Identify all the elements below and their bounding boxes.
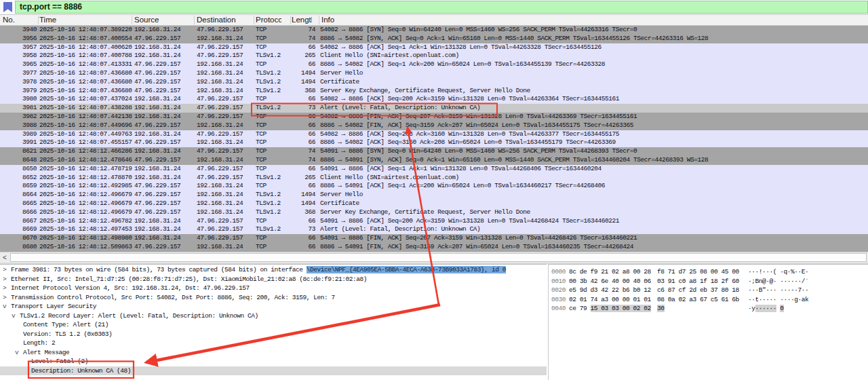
display-filter-input[interactable]: tcp.port == 8886	[15, 1, 868, 14]
cell-dst: 47.96.229.157	[197, 165, 243, 174]
expander-closed-icon[interactable]: >	[3, 265, 6, 275]
expander-closed-icon[interactable]: >	[3, 275, 6, 284]
column-separator[interactable]	[132, 16, 132, 24]
bookmark-icon[interactable]	[3, 2, 12, 12]
expander-open-icon[interactable]: v	[15, 348, 18, 358]
packet-row-8659[interactable]: 86592025-10-16 12:48:12.49298547.96.229.…	[0, 182, 868, 191]
detail-row[interactable]: Version: TLS 1.2 (0x0303)	[0, 330, 547, 339]
packet-row-8680[interactable]: 86802025-10-16 12:48:12.50986347.96.229.…	[0, 243, 868, 252]
packet-row-8665[interactable]: 86652025-10-16 12:48:12.49667947.96.229.…	[0, 200, 868, 208]
packet-row-3957[interactable]: 39572025-10-16 12:48:07.400620192.168.31…	[0, 43, 868, 52]
cell-len: 66	[282, 138, 315, 147]
column-header-src[interactable]: Source	[134, 15, 193, 25]
packet-row-3977[interactable]: 39772025-10-16 12:48:07.43668047.96.229.…	[0, 69, 868, 78]
cell-info: Client Hello (SNI=airtest.openluat.com)	[320, 174, 459, 183]
packet-row-3978[interactable]: 39782025-10-16 12:48:07.43668047.96.229.…	[0, 78, 868, 87]
cell-info: 8886 → 54082 [SYN, ACK] Seq=0 Ack=1 Win=…	[320, 35, 708, 43]
packet-row-3991[interactable]: 39912025-10-16 12:48:07.45515747.96.229.…	[0, 138, 868, 147]
column-header-proto[interactable]: Protocol	[256, 15, 281, 25]
hex-row-0010[interactable]: 001000 3b 42 6e 40 00 40 0603 91 c0 a8 1…	[549, 277, 868, 286]
packet-row-8664[interactable]: 86642025-10-16 12:48:12.49667947.96.229.…	[0, 191, 868, 200]
column-separator[interactable]	[254, 16, 254, 24]
packet-row-3965[interactable]: 39652025-10-16 12:48:07.41333147.96.229.…	[0, 60, 868, 69]
cell-info: 54082 → 8886 [ACK] Seq=200 Ack=3159 Win=…	[320, 95, 619, 104]
column-header-no[interactable]: No.	[3, 15, 30, 25]
cell-info: Alert (Level: Fatal, Description: Unknow…	[320, 225, 480, 234]
cell-no: 3957	[0, 43, 37, 52]
expander-closed-icon[interactable]: >	[3, 284, 6, 293]
cell-len: 368	[282, 208, 315, 217]
packet-row-3982[interactable]: 39822025-10-16 12:48:07.442138192.168.31…	[0, 113, 868, 121]
cell-proto: TCP	[256, 243, 267, 252]
cell-len: 66	[282, 234, 315, 243]
packet-row-3981[interactable]: 39812025-10-16 12:48:07.438288192.168.31…	[0, 104, 868, 113]
cell-no: 3988	[0, 121, 37, 130]
hex-ascii: ·;Bn@·@· ······/`	[748, 277, 808, 286]
cell-proto: TCP	[256, 182, 267, 191]
detail-row[interactable]: Level: Fatal (2)	[0, 357, 547, 366]
cell-no: 8665	[0, 200, 37, 208]
packet-row-8650[interactable]: 86502025-10-16 12:48:12.478719192.168.31…	[0, 165, 868, 174]
detail-row[interactable]: Length: 2	[0, 339, 547, 348]
cell-time: 2025-10-16 12:48:07.413331	[39, 60, 132, 69]
packet-row-8648[interactable]: 86482025-10-16 12:48:12.47864647.96.229.…	[0, 156, 868, 165]
cell-src: 47.96.229.157	[134, 87, 180, 96]
packet-row-8621[interactable]: 86212025-10-16 12:48:12.466286192.168.31…	[0, 147, 868, 156]
hex-row-0000[interactable]: 00008c de f9 21 02 a8 00 28f8 71 d7 25 0…	[549, 267, 868, 277]
column-separator[interactable]	[194, 16, 195, 24]
packet-row-8670[interactable]: 86702025-10-16 12:48:12.498980192.168.31…	[0, 234, 868, 243]
packet-row-3988[interactable]: 39882025-10-16 12:48:07.44969647.96.229.…	[0, 121, 868, 130]
scrollbar-thumb[interactable]	[10, 253, 867, 262]
cell-no: 3965	[0, 60, 37, 69]
detail-row[interactable]: vTLSv1.2 Record Layer: Alert (Level: Fat…	[0, 311, 547, 321]
detail-row[interactable]: Content Type: Alert (21)	[0, 320, 547, 330]
cell-src: 47.96.229.157	[134, 69, 180, 78]
detail-row[interactable]: >Transmission Control Protocol, Src Port…	[0, 293, 547, 303]
packet-row-8666[interactable]: 86662025-10-16 12:48:12.49667947.96.229.…	[0, 208, 868, 217]
cell-proto: TCP	[256, 130, 267, 139]
hex-bytes: 8c de f9 21 02 a8 00 28	[569, 267, 651, 277]
packet-row-3958[interactable]: 39582025-10-16 12:48:07.400788192.168.31…	[0, 52, 868, 60]
horizontal-scrollbar[interactable]: <	[0, 252, 868, 263]
detail-row[interactable]: Description: Unknown CA (48)	[0, 366, 547, 376]
detail-row[interactable]: >Frame 3981: 73 bytes on wire (584 bits)…	[0, 265, 547, 275]
cell-info: 8886 → 54082 [ACK] Seq=3160 Ack=208 Win=…	[320, 138, 616, 147]
cell-no: 3956	[0, 35, 37, 43]
expander-closed-icon[interactable]: >	[3, 293, 6, 303]
cell-dst: 47.96.229.157	[197, 225, 243, 234]
scroll-left-arrow-icon[interactable]: <	[3, 253, 7, 262]
column-header-time[interactable]: Time	[39, 15, 127, 25]
cell-time: 2025-10-16 12:48:07.438288	[39, 104, 132, 113]
column-header-info[interactable]: Info	[321, 15, 457, 25]
column-separator[interactable]	[290, 16, 291, 24]
expander-open-icon[interactable]: v	[3, 302, 6, 311]
packet-row-8667[interactable]: 86672025-10-16 12:48:12.496782192.168.31…	[0, 217, 868, 226]
detail-row[interactable]: vAlert Message	[0, 348, 547, 358]
column-separator[interactable]	[38, 16, 39, 24]
hex-row-0030[interactable]: 003002 01 74 a3 00 00 01 0108 0a 02 a3 6…	[549, 295, 868, 305]
cell-proto: TLSv1.2	[256, 208, 281, 217]
cell-dst: 47.96.229.157	[197, 95, 243, 104]
packet-row-3956[interactable]: 39562025-10-16 12:48:07.40055447.96.229.…	[0, 35, 868, 43]
cell-src: 192.168.31.24	[134, 113, 180, 121]
packet-row-3940[interactable]: 39402025-10-16 12:48:07.389220192.168.31…	[0, 26, 868, 35]
packet-row-3980[interactable]: 39802025-10-16 12:48:07.437024192.168.31…	[0, 95, 868, 104]
hex-row-0040[interactable]: 0040ce 79 15 03 03 00 02 0230·y······ 0	[549, 304, 868, 314]
detail-row[interactable]: vTransport Layer Security	[0, 302, 547, 311]
cell-info: Server Key Exchange, Certificate Request…	[320, 87, 530, 96]
column-header-dst[interactable]: Destination	[197, 15, 252, 25]
cell-proto: TLSv1.2	[256, 191, 281, 200]
detail-row[interactable]: >Internet Protocol Version 4, Src: 192.1…	[0, 284, 547, 293]
cell-no: 8652	[0, 174, 37, 183]
cell-proto: TCP	[256, 113, 267, 121]
detail-row[interactable]: >Ethernet II, Src: Intel_71:d7:25 (00:28…	[0, 275, 547, 284]
column-header-len[interactable]: Length	[292, 15, 312, 25]
hex-row-0020[interactable]: 0020e5 9d d3 42 22 b6 b0 12c6 87 cf 2d e…	[549, 286, 868, 295]
cell-time: 2025-10-16 12:48:07.389220	[39, 26, 132, 35]
packet-row-8652[interactable]: 86522025-10-16 12:48:12.478870192.168.31…	[0, 174, 868, 183]
expander-open-icon[interactable]: v	[12, 311, 15, 321]
column-separator[interactable]	[319, 16, 319, 24]
packet-row-8669[interactable]: 86692025-10-16 12:48:12.497453192.168.31…	[0, 225, 868, 234]
packet-row-3979[interactable]: 39792025-10-16 12:48:07.43668047.96.229.…	[0, 87, 868, 96]
packet-row-3989[interactable]: 39892025-10-16 12:48:07.449763192.168.31…	[0, 130, 868, 139]
